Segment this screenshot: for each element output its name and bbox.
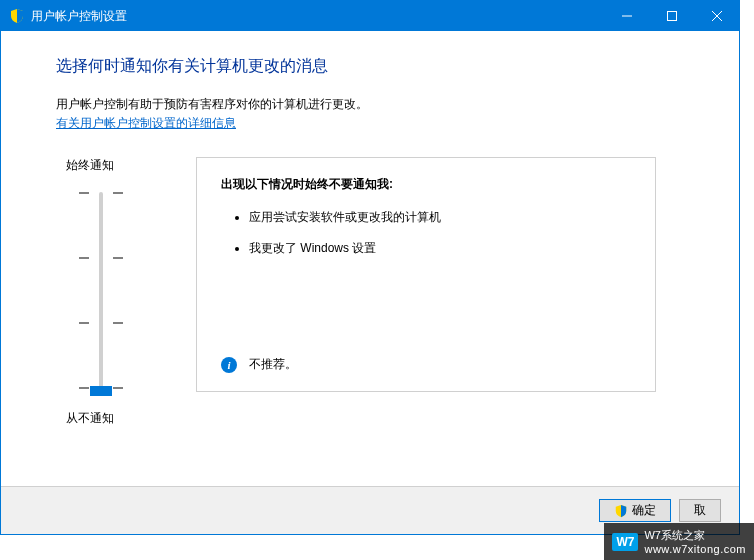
info-box-title: 出现以下情况时始终不要通知我: <box>221 176 631 193</box>
shield-icon <box>614 504 628 518</box>
slider-tick <box>113 192 123 194</box>
watermark-badge: W7 <box>612 533 638 551</box>
titlebar[interactable]: 用户帐户控制设置 <box>1 1 739 31</box>
slider-tick <box>113 322 123 324</box>
notification-slider[interactable] <box>71 182 131 402</box>
recommendation-row: i 不推荐。 <box>221 356 297 373</box>
window-controls <box>604 1 739 31</box>
slider-tick <box>79 322 89 324</box>
slider-top-label: 始终通知 <box>66 157 114 174</box>
recommendation-text: 不推荐。 <box>249 356 297 373</box>
info-list: 应用尝试安装软件或更改我的计算机 我更改了 Windows 设置 <box>221 209 631 257</box>
cancel-button[interactable]: 取 <box>679 499 721 522</box>
watermark-text: W7系统之家 <box>644 528 746 543</box>
watermark-text-group: W7系统之家 www.w7xitong.com <box>644 528 746 555</box>
uac-settings-window: 用户帐户控制设置 选择何时通知你有关计算机更改的消息 用户帐户控制有助于预防有害… <box>0 0 740 535</box>
shield-icon <box>9 8 25 24</box>
description-text: 用户帐户控制有助于预防有害程序对你的计算机进行更改。 <box>56 95 684 113</box>
notification-slider-area: 始终通知 从不通知 <box>56 157 146 427</box>
help-link[interactable]: 有关用户帐户控制设置的详细信息 <box>56 115 236 132</box>
watermark-url: www.w7xitong.com <box>644 543 746 555</box>
maximize-button[interactable] <box>649 1 694 31</box>
minimize-button[interactable] <box>604 1 649 31</box>
slider-tick <box>79 257 89 259</box>
window-title: 用户帐户控制设置 <box>31 8 604 25</box>
page-heading: 选择何时通知你有关计算机更改的消息 <box>56 56 684 77</box>
main-area: 始终通知 从不通知 出现以下情况时始终不要通知我: <box>56 157 684 427</box>
slider-thumb[interactable] <box>90 386 112 396</box>
close-button[interactable] <box>694 1 739 31</box>
watermark: W7 W7系统之家 www.w7xitong.com <box>604 523 754 560</box>
slider-tick <box>113 387 123 389</box>
ok-button-label: 确定 <box>632 502 656 519</box>
notification-info-box: 出现以下情况时始终不要通知我: 应用尝试安装软件或更改我的计算机 我更改了 Wi… <box>196 157 656 392</box>
content-area: 选择何时通知你有关计算机更改的消息 用户帐户控制有助于预防有害程序对你的计算机进… <box>1 31 739 427</box>
slider-tick <box>79 387 89 389</box>
info-list-item: 应用尝试安装软件或更改我的计算机 <box>249 209 631 226</box>
slider-bottom-label: 从不通知 <box>66 410 114 427</box>
cancel-button-label: 取 <box>694 502 706 519</box>
slider-tick <box>113 257 123 259</box>
info-list-item: 我更改了 Windows 设置 <box>249 240 631 257</box>
ok-button[interactable]: 确定 <box>599 499 671 522</box>
info-icon: i <box>221 357 237 373</box>
slider-track <box>99 192 103 392</box>
slider-tick <box>79 192 89 194</box>
svg-rect-1 <box>667 12 676 21</box>
